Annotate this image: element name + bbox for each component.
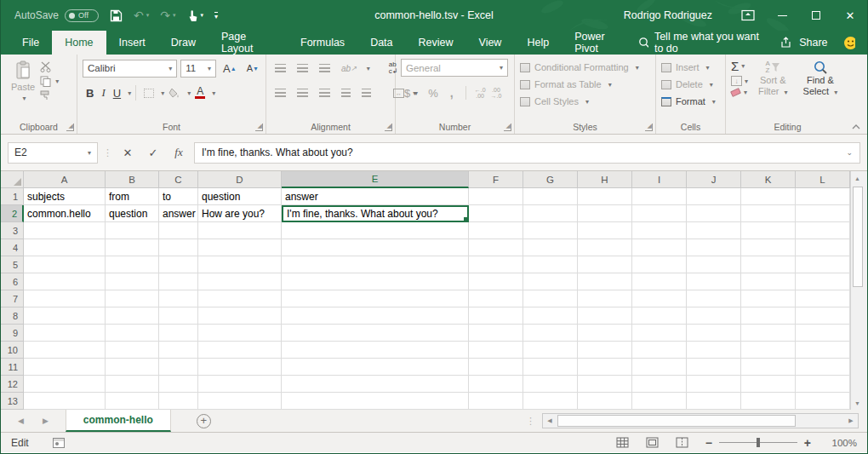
zoom-slider-handle[interactable] — [757, 438, 760, 447]
cell[interactable] — [687, 256, 741, 273]
cell[interactable] — [796, 239, 850, 256]
cell[interactable] — [24, 325, 106, 342]
cell[interactable] — [796, 188, 850, 205]
cell[interactable] — [198, 307, 282, 325]
cell[interactable] — [687, 273, 741, 290]
paste-button[interactable]: Paste ▾ — [6, 59, 40, 104]
cell[interactable] — [523, 205, 578, 222]
redo-dropdown-icon[interactable]: ▾ — [173, 12, 176, 19]
cut-icon[interactable] — [40, 61, 53, 72]
cell[interactable] — [632, 205, 687, 222]
cell[interactable] — [198, 325, 282, 342]
row-header-8[interactable]: 8 — [1, 307, 24, 325]
normal-view-button[interactable] — [616, 437, 629, 448]
minimize-button[interactable] — [765, 0, 799, 31]
cell[interactable] — [523, 342, 578, 359]
page-layout-view-button[interactable] — [646, 437, 659, 448]
clear-button[interactable]: ▾ — [731, 89, 748, 96]
cell[interactable] — [469, 290, 523, 307]
cell[interactable] — [632, 239, 687, 256]
orientation-button[interactable]: ab↗ — [338, 59, 360, 78]
horizontal-scroll-thumb[interactable] — [557, 415, 796, 427]
cell[interactable] — [159, 359, 198, 376]
cell[interactable] — [159, 290, 198, 307]
row-header-2-selected[interactable]: 2 — [1, 205, 24, 222]
cell[interactable] — [159, 256, 198, 273]
sheet-tab-common-hello[interactable]: common-hello — [66, 410, 171, 432]
cell[interactable] — [632, 359, 687, 376]
cell-a1[interactable]: subjects — [24, 188, 106, 205]
row-header-10[interactable]: 10 — [1, 342, 24, 359]
row-header-3[interactable]: 3 — [1, 222, 24, 239]
italic-button[interactable]: I — [98, 83, 108, 102]
undo-button[interactable]: ↶▾ — [134, 9, 149, 22]
active-cell-e2[interactable]: I'm fine, thanks. What about you? — [282, 205, 469, 222]
cell[interactable] — [632, 376, 687, 393]
cell[interactable] — [523, 222, 578, 239]
share-button[interactable]: Share — [780, 37, 827, 49]
cell[interactable] — [106, 393, 159, 410]
column-header-j[interactable]: J — [687, 171, 741, 188]
cell[interactable] — [578, 239, 632, 256]
cell[interactable] — [469, 222, 523, 239]
increase-indent-button[interactable] — [358, 83, 374, 102]
cell[interactable] — [282, 273, 469, 290]
cell[interactable] — [796, 273, 850, 290]
row-header-5[interactable]: 5 — [1, 256, 24, 273]
close-button[interactable]: ✕ — [833, 0, 867, 31]
column-header-k[interactable]: K — [741, 171, 796, 188]
column-header-f[interactable]: F — [469, 171, 523, 188]
cell[interactable] — [469, 342, 523, 359]
cell[interactable] — [796, 256, 850, 273]
cell[interactable] — [106, 290, 159, 307]
cell[interactable] — [523, 239, 578, 256]
row-header-7[interactable]: 7 — [1, 290, 24, 307]
cell[interactable] — [198, 342, 282, 359]
cell[interactable] — [24, 256, 106, 273]
cell[interactable] — [106, 359, 159, 376]
cell[interactable] — [578, 222, 632, 239]
fill-color-button[interactable] — [165, 83, 184, 102]
scroll-up-icon[interactable]: ▲ — [851, 171, 864, 185]
cell[interactable] — [741, 222, 796, 239]
cell[interactable] — [741, 325, 796, 342]
font-family-select[interactable]: Calibri▾ — [83, 60, 177, 78]
cell-b2[interactable]: question — [106, 205, 159, 222]
cell[interactable] — [687, 222, 741, 239]
macro-record-icon[interactable] — [53, 438, 65, 448]
cell[interactable] — [796, 290, 850, 307]
decrease-font-button[interactable]: A▼ — [243, 59, 262, 78]
cell[interactable] — [282, 239, 469, 256]
underline-button[interactable]: U — [110, 83, 124, 102]
touch-mode-dropdown-icon[interactable]: ▾ — [201, 12, 204, 19]
cell[interactable] — [578, 325, 632, 342]
number-format-select[interactable]: General▾ — [401, 59, 508, 77]
cell[interactable] — [24, 393, 106, 410]
row-header-9[interactable]: 9 — [1, 325, 24, 342]
cell[interactable] — [741, 273, 796, 290]
cell[interactable] — [523, 307, 578, 325]
cell[interactable] — [523, 393, 578, 410]
expand-formula-bar-icon[interactable]: ⌄ — [846, 148, 853, 157]
cell[interactable] — [24, 359, 106, 376]
row-header-4[interactable]: 4 — [1, 239, 24, 256]
name-box-dropdown-icon[interactable]: ▾ — [88, 149, 91, 157]
copy-icon[interactable] — [40, 76, 51, 87]
cell[interactable] — [159, 376, 198, 393]
tab-review[interactable]: Review — [406, 31, 466, 55]
cell[interactable] — [796, 359, 850, 376]
page-break-preview-button[interactable] — [676, 437, 688, 448]
cell[interactable] — [523, 188, 578, 205]
autosave-toggle[interactable]: AutoSave Off — [14, 9, 99, 22]
cell[interactable] — [632, 307, 687, 325]
tab-view[interactable]: View — [466, 31, 515, 55]
cell[interactable] — [687, 342, 741, 359]
cell[interactable] — [796, 325, 850, 342]
cell[interactable] — [632, 188, 687, 205]
row-header-1[interactable]: 1 — [1, 188, 24, 205]
cell[interactable] — [741, 307, 796, 325]
cell[interactable] — [523, 359, 578, 376]
scroll-right-icon[interactable]: ▶ — [844, 414, 858, 428]
cell[interactable] — [282, 256, 469, 273]
sheetbar-divider[interactable]: ⋮ — [519, 416, 542, 427]
